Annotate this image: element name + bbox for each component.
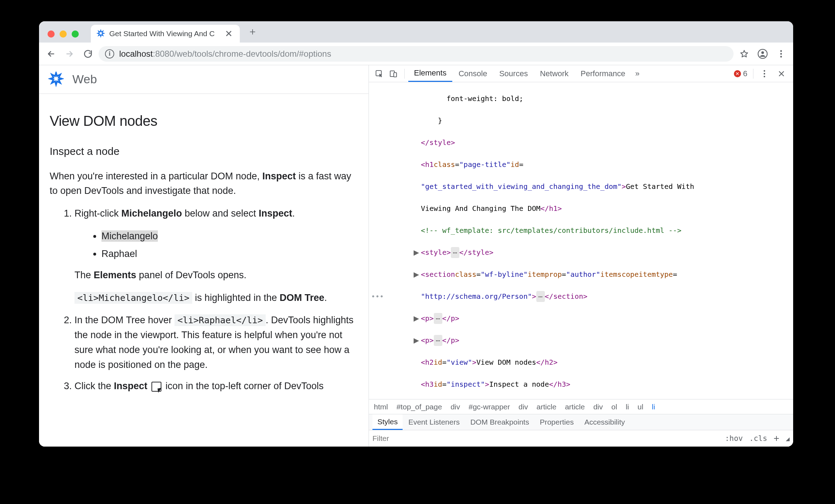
error-count: 6 xyxy=(743,69,747,78)
expand-styles-icon[interactable]: ◢ xyxy=(786,435,790,442)
demo-li-raphael[interactable]: Raphael xyxy=(101,247,358,262)
browser-tab[interactable]: Get Started With Viewing And C ✕ xyxy=(91,25,240,43)
step-1: Right-click Michelangelo below and selec… xyxy=(74,206,358,305)
step-3: Click the Inspect icon in the top-left c… xyxy=(74,379,358,394)
crumb-selected[interactable]: li xyxy=(652,403,655,411)
browser-toolbar: i localhost:8080/web/tools/chrome-devtoo… xyxy=(39,43,793,65)
tab-sources[interactable]: Sources xyxy=(493,66,533,82)
hov-toggle[interactable]: :hov xyxy=(725,434,743,443)
steps-list: Right-click Michelangelo below and selec… xyxy=(50,206,358,393)
page-heading-h2: View DOM nodes xyxy=(50,110,358,132)
tab-network[interactable]: Network xyxy=(534,66,574,82)
close-devtools-icon[interactable] xyxy=(775,68,787,80)
new-style-rule-button[interactable]: + xyxy=(774,433,779,444)
svg-point-1 xyxy=(761,51,764,54)
code-snippet: <li>Raphael</li> xyxy=(175,314,266,326)
crumb[interactable]: ol xyxy=(612,403,617,411)
code-snippet: <li>Michelangelo</li> xyxy=(74,292,192,304)
address-bar[interactable]: i localhost:8080/web/tools/chrome-devtoo… xyxy=(99,46,734,62)
crumb[interactable]: article xyxy=(565,403,585,411)
svg-point-8 xyxy=(764,70,765,71)
crumb[interactable]: article xyxy=(537,403,557,411)
close-tab-icon[interactable]: ✕ xyxy=(223,28,234,39)
page-brand: Web xyxy=(72,72,97,86)
crumb[interactable]: #top_of_page xyxy=(397,403,442,411)
demo-li-michelangelo[interactable]: Michelangelo xyxy=(101,229,358,244)
styles-toolbar: :hov .cls + ◢ xyxy=(369,430,793,447)
favicon-icon xyxy=(96,29,105,38)
profile-icon[interactable] xyxy=(755,46,770,62)
crumb[interactable]: div xyxy=(450,403,460,411)
tab-elements[interactable]: Elements xyxy=(408,66,452,82)
browser-window: Get Started With Viewing And C ✕ ＋ i loc… xyxy=(39,21,793,447)
error-icon: ✕ xyxy=(734,70,741,77)
page-header: Web xyxy=(39,65,369,94)
crumb[interactable]: div xyxy=(593,403,603,411)
forward-button[interactable] xyxy=(62,46,77,62)
gutter-ellipsis-icon: ••• xyxy=(369,291,384,302)
window-controls xyxy=(43,30,84,43)
dom-tree[interactable]: font-weight: bold; } </style> <h1 class=… xyxy=(369,82,793,399)
reload-button[interactable] xyxy=(80,46,96,62)
styles-filter-input[interactable] xyxy=(372,434,465,443)
maximize-window-button[interactable] xyxy=(72,30,79,38)
devtools-tabbar: Elements Console Sources Network Perform… xyxy=(369,65,793,82)
tab-event-listeners[interactable]: Event Listeners xyxy=(403,414,465,430)
crumb[interactable]: div xyxy=(519,403,528,411)
svg-point-4 xyxy=(780,56,782,57)
content-area: Web View DOM nodes Inspect a node When y… xyxy=(39,65,793,447)
cls-toggle[interactable]: .cls xyxy=(749,434,767,443)
url-host: localhost:8080/web/tools/chrome-devtools… xyxy=(119,49,331,59)
new-tab-button[interactable]: ＋ xyxy=(240,25,265,43)
svg-point-10 xyxy=(764,75,765,77)
crumb[interactable]: li xyxy=(626,403,629,411)
svg-point-3 xyxy=(780,53,782,55)
styles-tabbar: Styles Event Listeners DOM Breakpoints P… xyxy=(369,414,793,430)
minimize-window-button[interactable] xyxy=(60,30,67,38)
devtools-kebab-icon[interactable] xyxy=(758,68,770,80)
tabs-overflow[interactable]: » xyxy=(632,66,643,82)
tab-accessibility[interactable]: Accessibility xyxy=(579,414,630,430)
site-logo-icon xyxy=(48,72,64,87)
tab-title: Get Started With Viewing And C xyxy=(109,29,219,38)
back-button[interactable] xyxy=(43,46,59,62)
dom-breadcrumb[interactable]: html #top_of_page div #gc-wrapper div ar… xyxy=(369,399,793,414)
svg-point-9 xyxy=(764,73,765,74)
tab-styles[interactable]: Styles xyxy=(372,414,403,430)
site-info-icon[interactable]: i xyxy=(105,49,114,58)
inspect-icon xyxy=(151,382,161,392)
crumb[interactable]: #gc-wrapper xyxy=(469,403,510,411)
svg-point-2 xyxy=(780,50,782,52)
tab-properties[interactable]: Properties xyxy=(535,414,579,430)
page-body: View DOM nodes Inspect a node When you'r… xyxy=(39,94,369,409)
tab-console[interactable]: Console xyxy=(453,66,493,82)
tab-dom-breakpoints[interactable]: DOM Breakpoints xyxy=(465,414,534,430)
devtools-pane: Elements Console Sources Network Perform… xyxy=(369,65,793,447)
crumb[interactable]: ul xyxy=(637,403,643,411)
error-badge[interactable]: ✕ 6 xyxy=(734,69,747,78)
crumb[interactable]: html xyxy=(374,403,388,411)
step-2: In the DOM Tree hover <li>Raphael</li>. … xyxy=(74,313,358,372)
intro-paragraph: When you're interested in a particular D… xyxy=(50,169,358,199)
star-icon[interactable] xyxy=(736,46,752,62)
inspect-element-icon[interactable] xyxy=(373,68,385,80)
tab-strip: Get Started With Viewing And C ✕ ＋ xyxy=(39,21,793,43)
svg-rect-7 xyxy=(394,73,397,77)
webpage-pane: Web View DOM nodes Inspect a node When y… xyxy=(39,65,369,447)
kebab-menu-icon[interactable] xyxy=(773,46,789,62)
device-toggle-icon[interactable] xyxy=(387,68,399,80)
page-heading-h3: Inspect a node xyxy=(50,143,358,160)
tab-performance[interactable]: Performance xyxy=(575,66,631,82)
close-window-button[interactable] xyxy=(48,30,55,38)
